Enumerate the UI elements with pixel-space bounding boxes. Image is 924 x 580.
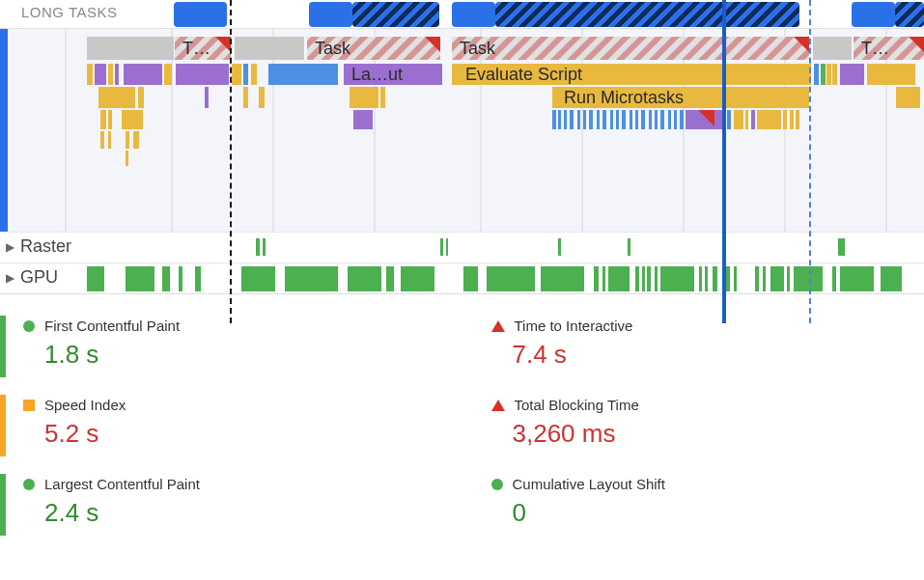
svg-rect-25 [821, 64, 826, 85]
gpu-bar[interactable] [794, 266, 823, 291]
gpu-bar[interactable] [87, 266, 104, 291]
raster-bar[interactable] [842, 238, 845, 256]
gpu-bar[interactable] [832, 266, 836, 291]
evaluate-script-label: Evaluate Script [465, 65, 582, 84]
flame-chart[interactable]: T…TaskTaskT… La…ut Evaluate Script [0, 29, 924, 232]
svg-rect-46 [570, 110, 574, 129]
gpu-bar[interactable] [726, 266, 730, 291]
long-task-bar[interactable] [174, 2, 227, 27]
gpu-track[interactable]: ▶ GPU [0, 262, 924, 293]
svg-rect-68 [745, 110, 748, 129]
gpu-bar[interactable] [241, 266, 275, 291]
raster-track[interactable]: ▶ Raster [0, 232, 924, 262]
svg-rect-67 [734, 110, 743, 129]
gpu-bar[interactable] [126, 266, 154, 291]
marker-dashed-blue [809, 0, 811, 323]
svg-rect-61 [668, 110, 671, 129]
metric-header: Time to Interactive [491, 318, 902, 334]
svg-rect-55 [630, 110, 632, 129]
metric-value: 1.8 s [44, 340, 434, 370]
long-task-bar[interactable] [895, 2, 924, 27]
svg-rect-48 [583, 110, 586, 129]
long-task-bar[interactable] [352, 2, 439, 27]
triangle-red-icon [491, 320, 505, 332]
long-task-bar[interactable] [452, 2, 495, 27]
svg-rect-76 [126, 131, 129, 149]
gpu-bar[interactable] [642, 266, 645, 291]
raster-bar[interactable] [256, 238, 260, 256]
raster-bar[interactable] [446, 238, 448, 256]
gpu-bar[interactable] [401, 266, 434, 291]
svg-rect-39 [100, 110, 106, 129]
gpu-bar[interactable] [763, 266, 766, 291]
gpu-bar[interactable] [770, 266, 784, 291]
metric-name: Total Blocking Time [515, 397, 639, 413]
metric-item[interactable]: Largest Contentful Paint 2.4 s [23, 466, 434, 545]
metric-item[interactable]: Speed Index 5.2 s [23, 387, 434, 466]
svg-rect-21 [268, 64, 338, 85]
svg-rect-52 [610, 110, 613, 129]
gpu-bar[interactable] [386, 266, 394, 291]
gpu-bar[interactable] [699, 266, 702, 291]
task-bar[interactable] [235, 37, 304, 60]
gpu-bar[interactable] [608, 266, 630, 291]
marker-current-time[interactable] [722, 0, 726, 323]
svg-rect-32 [205, 87, 209, 108]
expand-icon[interactable]: ▶ [6, 240, 14, 254]
gpu-bar[interactable] [594, 266, 599, 291]
svg-rect-27 [832, 64, 837, 85]
gpu-bar[interactable] [713, 266, 717, 291]
gpu-bar[interactable] [602, 266, 605, 291]
svg-rect-29 [867, 64, 915, 85]
metric-value: 3,260 ms [513, 419, 902, 449]
triangle-red-icon [491, 400, 505, 411]
svg-rect-20 [251, 64, 257, 85]
raster-bar[interactable] [440, 238, 443, 256]
gpu-bar[interactable] [660, 266, 694, 291]
gpu-bar[interactable] [285, 266, 338, 291]
gpu-bar[interactable] [787, 266, 790, 291]
svg-rect-34 [259, 87, 265, 108]
gpu-bar[interactable] [655, 266, 658, 291]
task-bar[interactable] [452, 37, 809, 60]
svg-rect-12 [95, 64, 106, 85]
long-tasks-row: LONG TASKS [0, 0, 924, 29]
circle-green-icon [23, 320, 35, 332]
svg-rect-44 [558, 110, 561, 129]
metric-item[interactable]: Cumulative Layout Shift 0 [491, 466, 902, 545]
metric-item[interactable]: Total Blocking Time 3,260 ms [491, 387, 902, 466]
task-bar[interactable] [87, 37, 174, 60]
gpu-bar[interactable] [734, 266, 737, 291]
metric-strip [0, 474, 6, 536]
gpu-bar[interactable] [705, 266, 708, 291]
gpu-bar[interactable] [755, 266, 759, 291]
expand-icon[interactable]: ▶ [6, 271, 14, 285]
gpu-bar[interactable] [463, 266, 478, 291]
raster-bar[interactable] [628, 238, 630, 256]
gpu-bar[interactable] [162, 266, 170, 291]
gpu-bar[interactable] [541, 266, 584, 291]
metric-header: Cumulative Layout Shift [491, 476, 902, 492]
gpu-bar[interactable] [635, 266, 639, 291]
raster-bar[interactable] [558, 238, 561, 256]
gpu-bar[interactable] [195, 266, 201, 291]
metric-item[interactable]: First Contentful Paint 1.8 s [23, 308, 434, 387]
gpu-bar[interactable] [840, 266, 874, 291]
gpu-bar[interactable] [647, 266, 651, 291]
raster-bar[interactable] [263, 238, 266, 256]
svg-rect-70 [757, 110, 781, 129]
svg-rect-71 [783, 110, 787, 129]
gpu-bar[interactable] [348, 266, 381, 291]
task-bar[interactable] [813, 37, 852, 60]
long-task-bar[interactable] [309, 2, 352, 27]
gpu-bar[interactable] [487, 266, 535, 291]
long-task-bar[interactable] [852, 2, 895, 27]
circle-green-icon [23, 479, 35, 490]
svg-rect-59 [655, 110, 658, 129]
svg-rect-16 [164, 64, 172, 85]
long-task-bar[interactable] [495, 2, 799, 27]
gpu-bar[interactable] [179, 266, 182, 291]
gpu-bar[interactable] [881, 266, 902, 291]
metric-item[interactable]: Time to Interactive 7.4 s [491, 308, 902, 387]
svg-rect-58 [649, 110, 652, 129]
